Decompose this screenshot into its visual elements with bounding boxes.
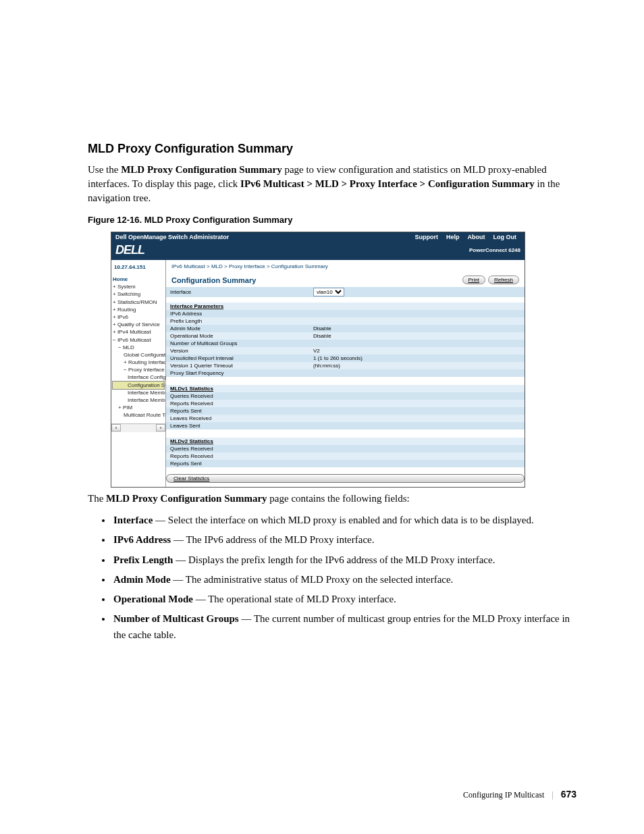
page-footer: Configuring IP Multicast | 673	[463, 789, 576, 800]
nav-item[interactable]: − Proxy Interface	[113, 366, 164, 373]
value: (hh:mm:ss)	[309, 362, 525, 369]
value: 1 (1 to 260 seconds)	[309, 355, 525, 362]
list-item: Operational Mode — The operational state…	[112, 592, 576, 607]
nav-item[interactable]: + Quality of Service	[113, 321, 164, 328]
label: Leaves Sent	[166, 422, 525, 429]
label: Reports Received	[166, 400, 525, 407]
group-header: MLDv2 Statistics	[166, 438, 525, 445]
link-support[interactable]: Support	[410, 234, 442, 240]
label: Operational Mode	[166, 332, 309, 340]
label: Reports Received	[166, 452, 525, 460]
interface-select[interactable]: vlan10	[313, 288, 344, 296]
logo-bar: DELL PowerConnect 6248	[111, 242, 525, 260]
field-list: Interface — Select the interface on whic…	[88, 513, 576, 643]
intro-paragraph: Use the MLD Proxy Configuration Summary …	[88, 163, 576, 205]
scroll-left-icon[interactable]: ‹	[111, 424, 121, 432]
value: V2	[309, 347, 525, 355]
group-header: MLDv1 Statistics	[166, 385, 525, 392]
field-desc: — Displays the prefix length for the IPv…	[173, 554, 495, 565]
label: Admin Mode	[166, 325, 309, 332]
nav-item[interactable]: + Switching	[113, 290, 164, 298]
t: Use the	[88, 164, 121, 175]
group-header: Interface Parameters	[166, 303, 525, 310]
nav-item[interactable]: + Statistics/RMON	[113, 298, 164, 306]
figure-caption: Figure 12-16. MLD Proxy Configuration Su…	[88, 215, 576, 225]
label: Version	[166, 347, 309, 355]
field-name: IPv6 Address	[113, 534, 171, 545]
label: Version 1 Querier Timeout	[166, 362, 309, 369]
footer-section: Configuring IP Multicast	[463, 790, 544, 800]
nav-item[interactable]: + IPv4 Multicast	[113, 328, 164, 336]
label: IPv6 Address	[166, 310, 309, 317]
refresh-button[interactable]: Refresh	[488, 276, 519, 284]
params-table: Interface Parameters IPv6 Address Prefix…	[166, 303, 525, 377]
label: Number of Multicast Groups	[166, 340, 309, 347]
main-panel: IPv6 Multicast > MLD > Proxy Interface >…	[166, 260, 525, 487]
nav-item[interactable]: + PIM	[113, 404, 164, 411]
breadcrumb: IPv6 Multicast > MLD > Proxy Interface >…	[166, 260, 525, 273]
field-desc: — Select the interface on which MLD prox…	[153, 515, 533, 525]
app-titlebar: Dell OpenManage Switch Administrator Sup…	[111, 232, 525, 242]
label: Queries Received	[166, 392, 525, 400]
nav-sidebar: 10.27.64.151 Home+ System+ Switching+ St…	[111, 260, 166, 487]
t: MLD Proxy Configuration Summary	[106, 493, 267, 504]
t: page contains the following fields:	[267, 493, 410, 504]
nav-item[interactable]: + Routing Interface	[113, 359, 164, 366]
label: Reports Sent	[166, 407, 525, 415]
product-name: PowerConnect 6248	[469, 247, 520, 253]
list-item: Prefix Length — Displays the prefix leng…	[112, 552, 576, 568]
nav-item[interactable]: Interface Membe	[113, 389, 164, 396]
t: The	[88, 493, 106, 504]
field-desc: — The administrative status of MLD Proxy…	[171, 574, 454, 585]
nav-tree: Home+ System+ Switching+ Statistics/RMON…	[111, 274, 165, 423]
scroll-right-icon[interactable]: ›	[156, 424, 165, 432]
app-window: Dell OpenManage Switch Administrator Sup…	[111, 232, 525, 488]
nav-item[interactable]: Multicast Route Table	[113, 411, 164, 419]
nav-item[interactable]: Home	[113, 276, 164, 283]
nav-item[interactable]: − MLD	[113, 344, 164, 351]
link-logout[interactable]: Log Out	[489, 234, 521, 240]
dell-logo: DELL	[115, 243, 469, 257]
page-title: Configuration Summary	[171, 276, 460, 284]
label: Queries Received	[166, 445, 525, 452]
mldv1-table: MLDv1 Statistics Queries Received Report…	[166, 385, 525, 429]
interface-cell: vlan10	[309, 287, 525, 297]
value: Disable	[309, 325, 525, 332]
list-item: IPv6 Address — The IPv6 address of the M…	[112, 532, 576, 548]
nav-item[interactable]: + IPv6	[113, 313, 164, 321]
t: MLD Proxy Configuration Summary	[121, 164, 281, 175]
clear-statistics-button[interactable]: Clear Statistics	[166, 474, 525, 483]
app-title: Dell OpenManage Switch Administrator	[115, 234, 410, 240]
field-desc: — The operational state of MLD Proxy int…	[193, 594, 396, 604]
nav-item[interactable]: Global Configuratio	[113, 351, 164, 359]
field-name: Admin Mode	[113, 574, 171, 585]
footer-sep: |	[552, 790, 553, 800]
device-ip: 10.27.64.151	[111, 260, 165, 274]
link-help[interactable]: Help	[442, 234, 464, 240]
label: Unsolicited Report Interval	[166, 355, 309, 362]
label: Proxy Start Frequency	[166, 369, 309, 377]
mldv2-table: MLDv2 Statistics Queries Received Report…	[166, 438, 525, 467]
field-name: Number of Multicast Groups	[113, 613, 239, 624]
nav-item[interactable]: + System	[113, 283, 164, 290]
nav-item[interactable]: − IPv6 Multicast	[113, 336, 164, 344]
fields-intro: The MLD Proxy Configuration Summary page…	[88, 492, 576, 506]
field-name: Operational Mode	[113, 594, 193, 604]
link-about[interactable]: About	[464, 234, 489, 240]
nav-item[interactable]: Interface Membe	[113, 396, 164, 404]
interface-label: Interface	[166, 287, 309, 297]
label: Leaves Received	[166, 415, 525, 422]
list-item: Interface — Select the interface on whic…	[112, 513, 576, 528]
list-item: Admin Mode — The administrative status o…	[112, 572, 576, 588]
nav-scrollbar[interactable]: ‹ ›	[111, 423, 165, 432]
list-item: Number of Multicast Groups — The current…	[112, 611, 576, 643]
nav-item[interactable]: Configuration Su	[113, 382, 164, 389]
print-button[interactable]: Print	[462, 276, 485, 284]
field-desc: — The IPv6 address of the MLD Proxy inte…	[171, 534, 374, 545]
field-name: Prefix Length	[113, 554, 173, 565]
footer-page-number: 673	[561, 789, 576, 800]
value: Disable	[309, 332, 525, 340]
nav-item[interactable]: Interface Configu	[113, 373, 164, 381]
nav-item[interactable]: + Routing	[113, 306, 164, 313]
field-name: Interface	[113, 515, 153, 525]
